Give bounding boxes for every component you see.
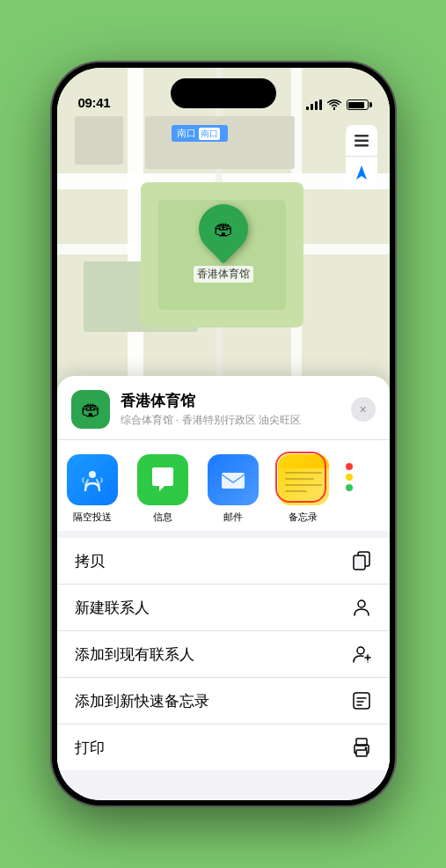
- messages-icon: [137, 454, 188, 505]
- svg-point-4: [89, 471, 96, 478]
- bottom-sheet: 🏟 香港体育馆 综合体育馆 · 香港特别行政区 油尖旺区 ×: [57, 376, 390, 800]
- messages-label: 信息: [153, 511, 172, 524]
- action-add-quick-note-label: 添加到新快速备忘录: [75, 691, 209, 711]
- svg-point-20: [364, 747, 367, 750]
- dot-yellow: [346, 474, 353, 481]
- marker-label: 香港体育馆: [194, 266, 253, 283]
- person-icon: [351, 597, 372, 618]
- action-copy[interactable]: 拷贝: [57, 538, 390, 585]
- action-add-existing-contact[interactable]: 添加到现有联系人: [57, 631, 390, 678]
- venue-subtitle: 综合体育馆 · 香港特别行政区 油尖旺区: [121, 413, 340, 428]
- map-layers-button[interactable]: [346, 125, 377, 157]
- status-icons: [306, 99, 369, 110]
- note-icon: [351, 690, 372, 711]
- airdrop-label: 隔空投送: [73, 511, 112, 524]
- share-airdrop[interactable]: 隔空投送: [57, 454, 128, 524]
- svg-rect-0: [355, 135, 369, 137]
- action-add-quick-note[interactable]: 添加到新快速备忘录: [57, 678, 390, 725]
- action-list: 拷贝 新建联系人: [57, 538, 390, 770]
- map-location-button[interactable]: [346, 157, 377, 188]
- svg-rect-7: [354, 555, 365, 570]
- share-row: 隔空投送 信息: [57, 440, 390, 538]
- dynamic-island: [171, 78, 276, 108]
- wifi-icon: [327, 99, 341, 110]
- close-button[interactable]: ×: [351, 397, 376, 422]
- venue-name: 香港体育馆: [121, 391, 340, 411]
- share-more[interactable]: [339, 454, 383, 491]
- print-icon: [351, 737, 372, 758]
- mail-label: 邮件: [223, 511, 243, 524]
- venue-header: 🏟 香港体育馆 综合体育馆 · 香港特别行政区 油尖旺区 ×: [57, 376, 390, 440]
- map-controls: [346, 125, 377, 188]
- svg-point-9: [357, 647, 364, 654]
- more-dots: [346, 454, 353, 491]
- venue-info: 香港体育馆 综合体育馆 · 香港特别行政区 油尖旺区: [121, 391, 340, 428]
- svg-point-8: [358, 600, 365, 607]
- svg-rect-19: [356, 750, 367, 756]
- svg-rect-5: [222, 473, 245, 489]
- action-new-contact-label: 新建联系人: [75, 598, 150, 618]
- venue-icon: 🏟: [71, 390, 110, 429]
- action-copy-label: 拷贝: [75, 551, 105, 571]
- add-person-icon: [351, 644, 372, 665]
- share-mail[interactable]: 邮件: [198, 454, 268, 524]
- battery-icon: [347, 99, 369, 110]
- airdrop-icon: [67, 454, 118, 505]
- share-notes[interactable]: 备忘录: [268, 454, 339, 524]
- notes-label: 备忘录: [289, 511, 318, 524]
- phone-screen: 09:41: [57, 68, 390, 800]
- copy-icon: [351, 550, 372, 571]
- action-new-contact[interactable]: 新建联系人: [57, 585, 390, 631]
- svg-rect-1: [355, 139, 369, 142]
- dot-green: [346, 484, 353, 491]
- action-print[interactable]: 打印: [57, 725, 390, 770]
- svg-rect-2: [355, 144, 369, 147]
- svg-marker-3: [356, 166, 367, 180]
- mail-icon: [208, 454, 259, 505]
- status-time: 09:41: [78, 95, 111, 110]
- svg-rect-13: [354, 693, 369, 709]
- notes-icon: [278, 454, 329, 505]
- map-south-entrance-label: 南口: [172, 125, 228, 142]
- dot-red: [346, 463, 353, 470]
- share-messages[interactable]: 信息: [128, 454, 198, 524]
- action-print-label: 打印: [75, 738, 105, 758]
- action-add-existing-label: 添加到现有联系人: [75, 644, 194, 665]
- signal-icon: [306, 99, 322, 110]
- location-marker: 🏟 香港体育馆: [194, 204, 253, 283]
- phone-frame: 09:41: [52, 63, 395, 805]
